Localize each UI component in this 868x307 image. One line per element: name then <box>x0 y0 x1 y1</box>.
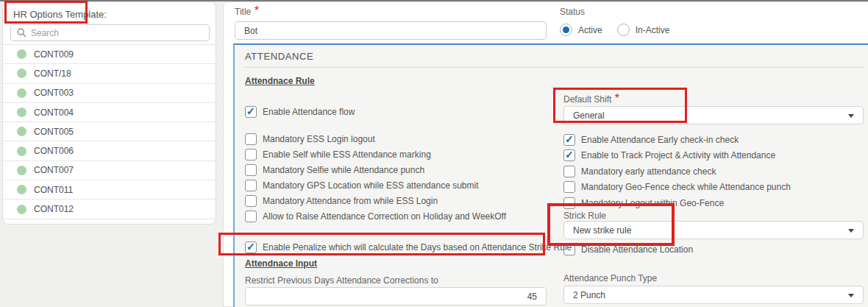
chevron-down-icon <box>848 294 854 297</box>
checkbox-label: Mandatory Logout within Geo-Fence <box>581 198 724 208</box>
punch-type-select[interactable]: 2 Punch <box>563 286 864 304</box>
template-list-item[interactable]: CONT006 <box>3 141 216 160</box>
checkbox-label: Mandatory Attendance from while ESS Logi… <box>263 196 438 206</box>
section-divider <box>245 67 864 68</box>
title-input[interactable] <box>235 21 547 40</box>
required-asterisk: * <box>255 4 259 17</box>
checkbox-row[interactable]: Mandatory ESS Login logout <box>245 131 506 147</box>
default-shift-select[interactable]: General <box>563 106 864 124</box>
template-list-item[interactable]: CONT003 <box>3 84 216 103</box>
template-list-item[interactable]: CONT007 <box>3 161 216 180</box>
status-dot-icon <box>17 88 26 98</box>
restrict-days-label: Restrict Previous Days Attendance Correc… <box>245 275 438 286</box>
strick-rule-select[interactable]: New strike rule <box>563 221 864 239</box>
search-input[interactable] <box>31 28 203 38</box>
checkbox-row[interactable]: Enable to Track Project & Activity with … <box>563 148 791 164</box>
checkbox-label: Disable Attendance Location <box>581 244 693 255</box>
radio-icon[interactable] <box>617 24 630 36</box>
checkbox-label: Enable Penalize which will calculate the… <box>263 242 572 253</box>
enable-penalize-row[interactable]: Enable Penalize which will calculate the… <box>245 239 572 255</box>
restrict-days-input[interactable]: 45 <box>245 287 547 306</box>
template-name: CONT009 <box>34 49 74 60</box>
chevron-down-icon <box>848 229 854 233</box>
checkbox[interactable] <box>563 181 575 193</box>
template-name: CONT005 <box>34 127 74 137</box>
default-shift-label: Default Shift <box>563 94 611 105</box>
checkbox-row[interactable]: Enable Attendance flow <box>245 104 506 119</box>
template-detail-panel: Title * Status Active In-Active ATTENDAN… <box>223 1 868 307</box>
strick-rule-label: Strick Rule <box>563 211 606 221</box>
disable-attendance-location-row[interactable]: Disable Attendance Location <box>563 241 693 257</box>
checkbox-label: Mandatory Selfie while Attendance punch <box>263 165 424 175</box>
attendance-section-title: ATTENDANCE <box>245 51 313 62</box>
radio-label: In-Active <box>636 25 670 35</box>
checkbox-label: Enable Attendance Early check-in check <box>581 135 739 145</box>
checkbox-label: Mandatory early attendance check <box>581 166 716 177</box>
checkbox-row[interactable]: Mandatory Selfie while Attendance punch <box>245 162 506 177</box>
search-box[interactable] <box>10 24 210 41</box>
attendance-rule-checkbox-list: Enable Attendance flow Mandatory ESS Log… <box>245 104 506 224</box>
checkbox[interactable] <box>245 180 257 191</box>
checkbox-row[interactable]: Mandatory Logout within Geo-Fence <box>563 195 791 211</box>
template-list: CONT009 CONT/18 CONT003 CONT004 CONT005 <box>3 44 216 219</box>
checkbox-row[interactable]: Mandatory Attendance from while ESS Logi… <box>245 193 506 208</box>
checkbox-label: Mandatory Geo-Fence check while Attendan… <box>581 182 791 192</box>
checkbox-row[interactable]: Mandatory early attendance check <box>563 163 791 180</box>
checkbox-row[interactable]: Mandatory GPS Location while ESS attenda… <box>245 177 506 193</box>
checkbox[interactable] <box>245 149 257 160</box>
checkbox-row[interactable]: Enable Self while ESS Attendance marking <box>245 147 506 162</box>
checkbox[interactable] <box>563 166 575 177</box>
checkbox[interactable] <box>563 197 575 209</box>
sidebar-title: HR Options Template: <box>13 9 107 20</box>
status-dot-icon <box>17 127 26 136</box>
restrict-days-value: 45 <box>527 292 537 302</box>
attendance-input-heading: Attendnace Input <box>245 258 317 269</box>
checkbox-row[interactable]: Enable Attendance Early check-in check <box>563 132 791 148</box>
status-dot-icon <box>17 147 26 156</box>
checkbox-row[interactable]: Allow to Raise Attendance Correction on … <box>245 208 506 224</box>
template-list-item[interactable]: CONT004 <box>3 103 216 122</box>
checkbox[interactable] <box>563 134 575 146</box>
default-shift-label-group: Default Shift * <box>563 92 619 105</box>
checkbox[interactable] <box>245 164 257 176</box>
search-icon <box>17 28 26 38</box>
attendance-options-checkbox-list: Enable Attendance Early check-in check E… <box>563 132 791 211</box>
punch-type-value: 2 Punch <box>573 290 605 300</box>
status-radio-row: Active In-Active <box>560 24 669 36</box>
checkbox[interactable] <box>245 211 257 222</box>
checkbox-label: Mandatory GPS Location while ESS attenda… <box>263 180 479 191</box>
status-dot-icon <box>17 185 26 194</box>
template-name: CONT011 <box>34 185 73 195</box>
checkbox-label: Enable Attendance flow <box>263 107 355 117</box>
radio-icon[interactable] <box>560 24 572 36</box>
checkbox-row[interactable]: Mandatory Geo-Fence check while Attendan… <box>563 180 791 196</box>
template-name: CONT004 <box>34 107 74 118</box>
status-radio-option[interactable]: In-Active <box>617 24 670 36</box>
template-list-item[interactable]: CONT005 <box>3 122 216 141</box>
template-name: CONT003 <box>34 88 74 98</box>
status-dot-icon <box>17 107 26 117</box>
status-label: Status <box>560 7 585 17</box>
template-list-item[interactable]: CONT009 <box>3 45 216 64</box>
template-list-item[interactable]: CONT011 <box>3 180 216 200</box>
checkbox[interactable] <box>245 106 257 118</box>
title-label: Title <box>235 7 251 17</box>
template-name: CONT/18 <box>34 68 71 79</box>
chevron-down-icon <box>848 114 854 118</box>
status-dot-icon <box>17 166 26 175</box>
status-dot-icon <box>17 49 26 59</box>
checkbox-label: Allow to Raise Attendance Correction on … <box>263 211 506 222</box>
default-shift-value: General <box>573 110 605 121</box>
attendance-rule-heading: Attendnace Rule <box>245 76 315 86</box>
template-name: CONT012 <box>34 204 74 214</box>
title-field-group: Title * <box>235 4 259 18</box>
checkbox[interactable] <box>245 241 257 253</box>
checkbox-label: Enable to Track Project & Activity with … <box>581 150 775 160</box>
template-list-item[interactable]: CONT012 <box>3 200 216 219</box>
template-list-item[interactable]: CONT/18 <box>3 64 216 83</box>
checkbox[interactable] <box>245 133 257 145</box>
checkbox[interactable] <box>563 149 575 161</box>
status-radio-option[interactable]: Active <box>560 24 602 36</box>
page-top-border <box>0 0 868 1</box>
checkbox[interactable] <box>245 195 257 207</box>
